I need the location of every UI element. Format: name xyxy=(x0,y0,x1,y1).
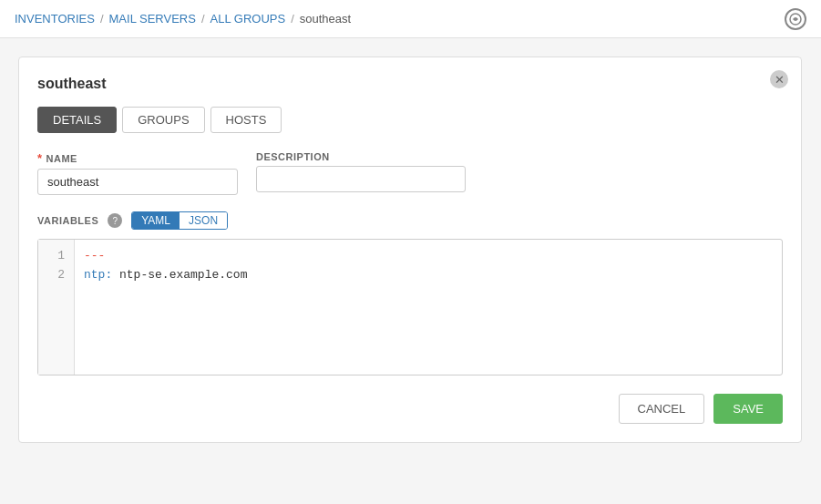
code-content[interactable]: --- ntp: ntp-se.example.com xyxy=(75,240,782,375)
tab-groups[interactable]: GROUPS xyxy=(122,107,204,133)
code-editor[interactable]: 1 2 --- ntp: ntp-se.example.com xyxy=(37,239,783,375)
format-yaml-button[interactable]: YAML xyxy=(132,212,180,229)
tab-hosts[interactable]: HOSTS xyxy=(210,107,282,133)
line-number-1: 1 xyxy=(47,247,65,266)
card: southeast ✕ DETAILS GROUPS HOSTS * NAME … xyxy=(18,57,802,443)
breadcrumb-all-groups[interactable]: ALL GROUPS xyxy=(210,12,286,26)
description-input[interactable] xyxy=(256,166,466,192)
tab-details[interactable]: DETAILS xyxy=(37,107,117,133)
variables-header: VARIABLES ? YAML JSON xyxy=(37,211,783,230)
breadcrumb-sep-1: / xyxy=(100,12,104,26)
footer-buttons: CANCEL SAVE xyxy=(37,394,783,424)
form-group-description: DESCRIPTION xyxy=(256,151,466,195)
save-button[interactable]: SAVE xyxy=(713,394,783,424)
name-label: * NAME xyxy=(37,151,238,165)
cancel-button[interactable]: CANCEL xyxy=(619,394,705,424)
required-star: * xyxy=(37,151,43,165)
description-label: DESCRIPTION xyxy=(256,151,466,162)
close-button[interactable]: ✕ xyxy=(770,70,788,88)
breadcrumb: INVENTORIES / MAIL SERVERS / ALL GROUPS … xyxy=(15,12,351,26)
card-title: southeast xyxy=(37,76,783,92)
close-icon: ✕ xyxy=(775,73,785,87)
name-input[interactable] xyxy=(37,169,238,195)
top-nav: INVENTORIES / MAIL SERVERS / ALL GROUPS … xyxy=(0,0,821,38)
code-line-1-comment: --- xyxy=(84,249,105,262)
breadcrumb-inventories[interactable]: INVENTORIES xyxy=(15,12,95,26)
breadcrumb-current: southeast xyxy=(300,12,351,26)
line-numbers: 1 2 xyxy=(38,240,75,375)
app-logo-icon xyxy=(785,8,806,30)
variables-label: VARIABLES xyxy=(37,215,98,226)
main-content: southeast ✕ DETAILS GROUPS HOSTS * NAME … xyxy=(0,38,821,461)
format-toggle: YAML JSON xyxy=(131,211,228,230)
code-line-2-value: ntp-se.example.com xyxy=(112,268,247,282)
form-group-name: * NAME xyxy=(37,151,238,195)
breadcrumb-sep-3: / xyxy=(291,12,294,26)
form-row-name-desc: * NAME DESCRIPTION xyxy=(37,151,783,195)
line-number-2: 2 xyxy=(47,266,65,285)
format-json-button[interactable]: JSON xyxy=(180,212,227,229)
help-icon[interactable]: ? xyxy=(108,213,122,228)
tabs-container: DETAILS GROUPS HOSTS xyxy=(37,107,783,133)
code-line-2-key: ntp: xyxy=(84,268,112,282)
breadcrumb-sep-2: / xyxy=(201,12,205,26)
breadcrumb-mail-servers[interactable]: MAIL SERVERS xyxy=(109,12,196,26)
